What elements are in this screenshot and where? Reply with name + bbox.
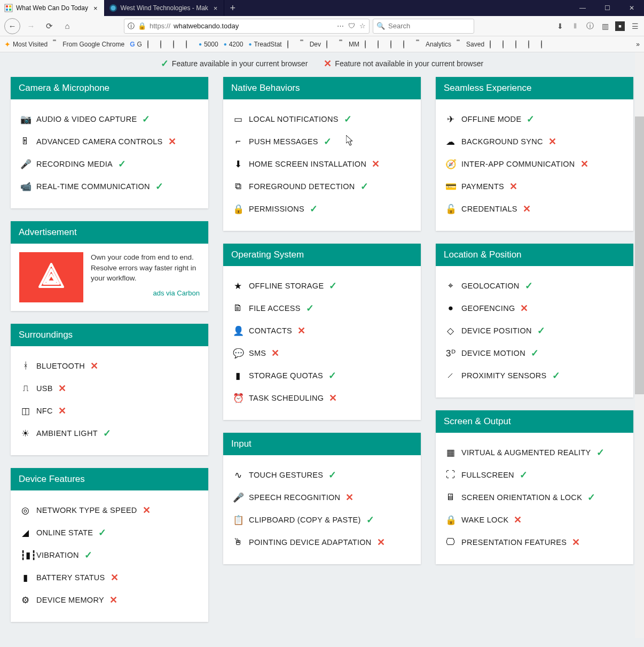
feature-item[interactable]: 👤CONTACTS✕ [233,319,411,342]
bookmark-item[interactable] [490,41,497,48]
bookmark-item[interactable]: Saved [457,41,484,48]
forward-button[interactable]: → [23,19,38,34]
ad-link[interactable]: ads via Carbon [91,289,200,297]
feature-item[interactable]: ⛶FULLSCREEN✓ [445,464,624,486]
feature-item[interactable]: ⏰TASK SCHEDULING✕ [233,387,411,409]
feature-item[interactable]: ◫NFC✕ [20,400,199,422]
search-input[interactable] [388,22,470,30]
feature-item[interactable]: ⌐PUSH MESSAGES✓ [233,130,411,153]
feature-item[interactable]: 🎤SPEECH RECOGNITION✕ [233,486,411,509]
bookmark-item[interactable] [378,41,385,48]
bookmark-item[interactable] [528,41,536,48]
feature-item[interactable]: 3ᴰDEVICE MOTION✓ [445,342,624,364]
url-bar[interactable]: ⓘ 🔒 https://whatwebcando.today ⋯ 🛡 ☆ [124,19,370,34]
feature-item[interactable]: ▮STORAGE QUOTAS✓ [233,364,411,387]
feature-item[interactable]: ┇▮┇VIBRATION✓ [20,544,199,566]
feature-item[interactable]: ★OFFLINE STORAGE✓ [233,275,411,297]
home-button[interactable]: ⌂ [60,19,75,34]
bookmark-item[interactable] [173,41,180,48]
bookmark-item[interactable] [160,41,168,48]
sidebar-icon[interactable]: ▥ [600,21,610,31]
bookmark-item[interactable]: MM [339,41,359,48]
bookmark-item[interactable]: GG [130,41,142,48]
feature-item[interactable]: ●GEOFENCING✕ [445,297,624,319]
feature-item[interactable]: ◎NETWORK TYPE & SPEED✕ [20,499,199,521]
feature-item[interactable]: ⬇HOME SCREEN INSTALLATION✕ [233,153,411,175]
bookmark-item[interactable]: ✦Most Visited [4,40,48,49]
bookmark-item[interactable] [390,41,398,48]
feature-item[interactable]: 💬SMS✕ [233,342,411,364]
feature-item[interactable]: ◇DEVICE POSITION✓ [445,319,624,342]
feature-item[interactable]: 🖵PRESENTATION FEATURES✕ [445,531,624,554]
feature-icon: ◫ [20,406,31,417]
feature-item[interactable]: 🎚ADVANCED CAMERA CONTROLS✕ [20,130,199,153]
feature-item[interactable]: 📋CLIPBOARD (COPY & PASTE)✓ [233,509,411,531]
feature-item[interactable]: 🗎FILE ACCESS✓ [233,297,411,319]
close-window-button[interactable]: ✕ [619,0,644,16]
feature-item[interactable]: 🧭INTER-APP COMMUNICATION✕ [445,153,624,175]
bookmark-item[interactable]: ●TreadStat [248,41,281,48]
feature-item[interactable]: 📹REAL-TIME COMMUNICATION✓ [20,175,199,198]
bookmark-item[interactable] [403,41,411,48]
feature-item[interactable]: ᚼBLUETOOTH✕ [20,355,199,377]
search-bar[interactable]: 🔍 [373,19,474,34]
feature-item[interactable]: ▦VIRTUAL & AUGMENTED REALITY✓ [445,441,624,464]
bookmark-item[interactable] [502,41,510,48]
minimize-button[interactable]: — [570,0,595,16]
reload-button[interactable]: ⟳ [42,19,57,34]
scrollbar-thumb[interactable] [635,116,644,394]
feature-item[interactable]: ⌖GEOLOCATION✓ [445,275,624,297]
feature-item[interactable]: 📷AUDIO & VIDEO CAPTURE✓ [20,108,199,130]
menu-icon[interactable]: ☰ [630,21,640,31]
feature-item[interactable]: ⟋PROXIMITY SENSORS✓ [445,364,624,387]
new-tab-button[interactable]: + [224,0,241,16]
tab-inactive[interactable]: West Wind Technologies - Mak × [105,0,225,16]
bookmark-item[interactable] [365,41,372,48]
globe-icon [173,41,180,48]
back-button[interactable]: ← [4,18,20,34]
feature-item[interactable]: 🎤RECORDING MEDIA✓ [20,153,199,175]
bookmark-item[interactable] [287,41,295,48]
bookmark-item[interactable]: ●4200 [224,41,244,48]
feature-item[interactable]: ☁BACKGROUND SYNC✕ [445,130,624,153]
library-icon[interactable]: ⫴ [570,21,580,31]
addon-icon[interactable]: ⓘ [585,21,595,31]
feature-item[interactable]: 🔒PERMISSIONS✓ [233,198,411,220]
feature-item[interactable]: 🔓CREDENTIALS✕ [445,198,624,220]
feature-item[interactable]: ⧉FOREGROUND DETECTION✓ [233,175,411,198]
feature-item[interactable]: ▭LOCAL NOTIFICATIONS✓ [233,108,411,130]
bookmark-item[interactable]: Dev [300,41,321,48]
extension-icon[interactable]: ■ [615,21,625,31]
bookmark-item[interactable]: From Google Chrome [53,41,124,48]
bookmark-item[interactable] [186,41,193,48]
feature-item[interactable]: 💳PAYMENTS✕ [445,175,624,198]
feature-item[interactable]: ▮BATTERY STATUS✕ [20,566,199,589]
chevron-right-icon: » [636,41,640,48]
bookmark-item[interactable] [541,41,548,48]
maximize-button[interactable]: ☐ [595,0,619,16]
tab-close-icon[interactable]: × [211,4,220,12]
bookmark-item[interactable]: Analytics [416,41,451,48]
bookmark-item[interactable] [515,41,523,48]
bookmark-item[interactable]: ●5000 [199,41,218,48]
info-icon[interactable]: ⓘ [128,21,135,31]
bookmark-item[interactable] [326,41,334,48]
feature-item[interactable]: ∿TOUCH GESTURES✓ [233,464,411,486]
tab-active[interactable]: What Web Can Do Today × [0,0,105,16]
ad-image[interactable] [19,252,83,302]
downloads-icon[interactable]: ⬇ [555,21,565,31]
feature-item[interactable]: ☀AMBIENT LIGHT✓ [20,422,199,445]
feature-item[interactable]: ✈OFFLINE MODE✓ [445,108,624,130]
feature-item[interactable]: 🔒WAKE LOCK✕ [445,509,624,531]
feature-item[interactable]: ◢ONLINE STATE✓ [20,521,199,544]
feature-item[interactable]: ⎍USB✕ [20,377,199,400]
shield-icon[interactable]: 🛡 [348,22,355,30]
bookmark-overflow[interactable]: » [636,41,640,48]
feature-item[interactable]: 🖱POINTING DEVICE ADAPTATION✕ [233,531,411,554]
feature-item[interactable]: 🖥SCREEN ORIENTATION & LOCK✓ [445,486,624,509]
bookmark-item[interactable] [147,41,155,48]
tab-close-icon[interactable]: × [91,4,100,12]
star-icon[interactable]: ☆ [359,22,366,30]
more-icon[interactable]: ⋯ [337,22,344,30]
feature-item[interactable]: ⚙DEVICE MEMORY✕ [20,589,199,611]
